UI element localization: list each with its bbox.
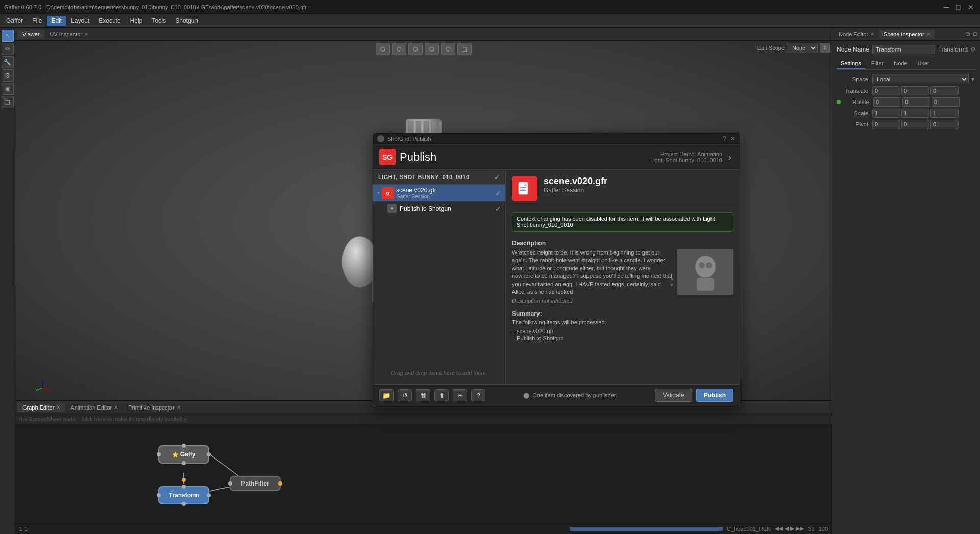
scale-x[interactable] — [872, 109, 900, 118]
node-gear-icon[interactable]: ⚙ — [970, 46, 976, 53]
scene-item-check[interactable]: ✓ — [495, 189, 501, 197]
scope-add-btn[interactable]: + — [820, 43, 830, 53]
node-editor-close-icon[interactable]: ✕ — [870, 31, 874, 37]
settings-tool[interactable]: ⚙ — [2, 69, 14, 82]
tab-node-editor[interactable]: Node Editor ✕ — [835, 30, 878, 39]
dialog-close-icon[interactable]: ✕ — [730, 135, 736, 142]
node-info-icon[interactable]: ℹ — [966, 46, 968, 53]
tree-chevron-icon[interactable]: ▾ — [377, 190, 380, 196]
viewer-btn-6[interactable]: ◻ — [457, 43, 472, 55]
timeline-bar[interactable] — [570, 527, 723, 531]
primitive-inspector-close-icon[interactable]: ✕ — [177, 404, 181, 410]
menu-tools[interactable]: Tools — [148, 16, 170, 26]
menu-execute[interactable]: Execute — [94, 16, 125, 26]
draw-tool[interactable]: ✏ — [2, 43, 14, 55]
rotate-z[interactable] — [932, 97, 960, 107]
node-pathfilter[interactable]: PathFilter — [230, 476, 281, 491]
scene-inspector-close-icon[interactable]: ✕ — [926, 31, 930, 37]
space-select[interactable]: Local — [872, 74, 969, 84]
transform-bottom-connector[interactable] — [182, 502, 186, 506]
circle-tool[interactable]: ◉ — [2, 83, 14, 95]
pivot-x[interactable] — [872, 120, 900, 129]
node-gaffy[interactable]: ⭐ Gaffy — [158, 445, 209, 464]
pathfilter-left-connector[interactable] — [228, 481, 232, 486]
menu-shotgun[interactable]: Shotgun — [171, 16, 202, 26]
tab-graph-editor[interactable]: Graph Editor ✕ — [17, 403, 65, 412]
viewer-btn-1[interactable]: ⬡ — [376, 43, 390, 55]
scale-y[interactable] — [901, 109, 929, 118]
maximize-button[interactable]: □ — [954, 3, 963, 11]
node-name-value[interactable]: Transform — [872, 45, 935, 54]
viewer-btn-3[interactable]: ⬡ — [408, 43, 423, 55]
box-tool[interactable]: ◻ — [2, 96, 14, 108]
viewer-btn-5[interactable]: ⬡ — [441, 43, 455, 55]
gaffy-right-connector[interactable] — [207, 452, 211, 456]
section-check-icon[interactable]: ✓ — [494, 173, 500, 181]
publish-item-scene[interactable]: ▾ G scene.v020.gfr Gaffer Session ✓ — [373, 185, 505, 201]
space-dropdown-icon[interactable]: ▼ — [970, 75, 976, 83]
publish-button[interactable]: Publish — [696, 389, 733, 402]
rotate-y[interactable] — [902, 97, 930, 107]
summary-item-1: scene.v020.gfr — [512, 327, 733, 335]
menu-gaffer[interactable]: Gaffer — [2, 16, 27, 26]
gaffy-top-connector[interactable] — [182, 444, 186, 448]
svg-line-32 — [42, 388, 47, 390]
minimize-button[interactable]: ─ — [942, 3, 951, 11]
validate-button[interactable]: Validate — [655, 389, 692, 402]
ne-tab-settings[interactable]: Settings — [837, 58, 865, 69]
scale-z[interactable] — [930, 109, 959, 118]
publish-nav-arrow[interactable]: › — [726, 152, 733, 163]
pivot-y[interactable] — [901, 120, 929, 129]
dialog-controls: ? ✕ — [723, 135, 736, 142]
tab-scene-inspector[interactable]: Scene Inspector ✕ — [879, 30, 935, 39]
right-panel-settings[interactable]: ⚙ — [972, 31, 978, 38]
ne-tab-node[interactable]: Node — [890, 58, 911, 69]
tab-primitive-inspector[interactable]: Primitive Inspector ✕ — [123, 403, 185, 412]
translate-x[interactable] — [872, 86, 900, 95]
tab-uv-inspector[interactable]: UV Inspector ✕ — [44, 30, 93, 39]
graph-canvas[interactable]: ⭐ Gaffy — [15, 425, 832, 523]
pathfilter-right-connector[interactable] — [278, 481, 282, 486]
wrench-tool[interactable]: 🔧 — [2, 56, 14, 68]
shotgun-sub-check[interactable]: ✓ — [495, 205, 501, 213]
viewer-btn-2[interactable]: ⬡ — [392, 43, 406, 55]
edit-scope-select[interactable]: None — [787, 43, 818, 53]
translate-y[interactable] — [901, 86, 929, 95]
footer-refresh-btn[interactable]: ↺ — [398, 389, 412, 401]
close-button[interactable]: ✕ — [966, 3, 976, 11]
menu-help[interactable]: Help — [126, 16, 147, 26]
transform-left-connector[interactable] — [157, 493, 161, 497]
menu-file[interactable]: File — [28, 16, 46, 26]
viewer-btn-4[interactable]: ⬡ — [425, 43, 439, 55]
dialog-help-icon[interactable]: ? — [723, 135, 726, 142]
section-title: LIGHT, SHOT BUNNY_010_0010 — [378, 174, 470, 180]
gaffy-bottom-connector[interactable] — [182, 461, 186, 465]
tab-animation-editor[interactable]: Animation Editor ✕ — [65, 403, 123, 412]
menu-layout[interactable]: Layout — [67, 16, 93, 26]
project-line2: Light, Shot bunny_010_0010 — [650, 157, 722, 163]
publish-sub-item-shotgun[interactable]: Publish to Shotgun ✓ — [373, 201, 505, 216]
ne-tab-user[interactable]: User — [914, 58, 934, 69]
right-panel-popout[interactable]: ⧉ — [966, 31, 970, 38]
uv-inspector-close-icon[interactable]: ✕ — [84, 31, 88, 37]
transform-right-connector[interactable] — [207, 493, 211, 497]
pivot-z[interactable] — [930, 120, 959, 129]
animation-editor-close-icon[interactable]: ✕ — [114, 404, 118, 410]
select-tool[interactable]: ↖ — [2, 30, 14, 42]
graph-editor-close-icon[interactable]: ✕ — [56, 404, 60, 410]
svg-rect-47 — [520, 189, 525, 190]
footer-asterisk-btn[interactable]: ✳ — [453, 389, 467, 401]
gaffy-node-icon: ⭐ — [172, 452, 178, 457]
node-transform[interactable]: Transform — [158, 486, 209, 504]
gaffy-left-connector[interactable] — [157, 452, 161, 456]
tab-viewer[interactable]: Viewer — [17, 30, 44, 39]
ne-tab-filter[interactable]: Filter — [867, 58, 888, 69]
footer-upload-btn[interactable]: ⬆ — [434, 389, 449, 401]
footer-delete-btn[interactable]: 🗑 — [416, 389, 430, 401]
footer-folder-btn[interactable]: 📁 — [379, 389, 394, 401]
transform-top-connector[interactable] — [182, 485, 186, 489]
footer-help-btn[interactable]: ? — [471, 389, 485, 401]
translate-z[interactable] — [930, 86, 959, 95]
menu-edit[interactable]: Edit — [47, 16, 66, 26]
rotate-x[interactable] — [873, 97, 901, 107]
